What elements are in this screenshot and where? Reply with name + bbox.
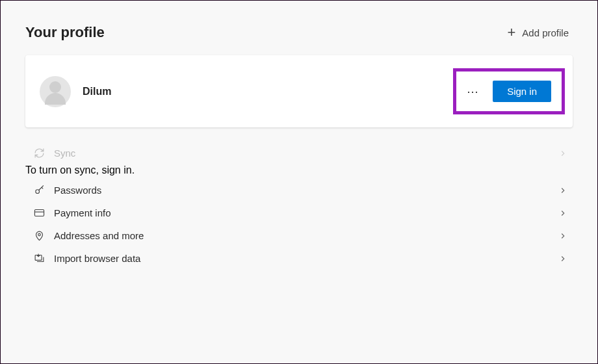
profile-card: Dilum ⋯ Sign in — [25, 55, 573, 127]
plus-icon: + — [507, 25, 515, 40]
chevron-right-icon — [558, 209, 567, 218]
settings-list: Sync To turn on sync, sign in. Passwords… — [25, 139, 573, 270]
more-options-button[interactable]: ⋯ — [463, 86, 484, 98]
header: Your profile + Add profile — [25, 1, 573, 55]
row-label: Sync — [54, 148, 75, 159]
add-profile-button[interactable]: + Add profile — [503, 23, 573, 42]
settings-row-addresses[interactable]: Addresses and more — [25, 224, 573, 247]
chevron-right-icon — [558, 186, 567, 195]
page-title: Your profile — [25, 24, 105, 41]
key-icon — [31, 185, 47, 196]
row-label: Import browser data — [54, 253, 140, 264]
chevron-right-icon — [558, 231, 567, 240]
add-profile-label: Add profile — [522, 27, 569, 38]
svg-point-3 — [38, 233, 40, 236]
sync-icon — [31, 148, 47, 159]
settings-row-payment[interactable]: Payment info — [25, 202, 573, 224]
svg-rect-1 — [34, 210, 44, 216]
chevron-right-icon — [558, 149, 567, 158]
avatar-icon — [40, 76, 71, 107]
row-label: Passwords — [54, 185, 101, 196]
sign-in-button[interactable]: Sign in — [493, 81, 551, 102]
profile-name: Dilum — [83, 86, 111, 98]
settings-row-sync: Sync — [25, 142, 573, 164]
settings-row-sync-wrap: Sync To turn on sync, sign in. — [25, 139, 573, 179]
settings-row-passwords[interactable]: Passwords — [25, 179, 573, 202]
chevron-right-icon — [558, 254, 567, 263]
card-icon — [31, 207, 47, 218]
import-icon — [31, 253, 47, 264]
svg-point-0 — [35, 190, 39, 194]
annotation-highlight: ⋯ Sign in — [453, 68, 565, 114]
row-subtext: To turn on sync, sign in. — [25, 164, 573, 176]
settings-profile-panel: Your profile + Add profile Dilum ⋯ Sign … — [0, 0, 598, 364]
settings-row-import[interactable]: Import browser data — [25, 247, 573, 270]
location-icon — [31, 230, 47, 241]
row-label: Addresses and more — [54, 230, 144, 241]
row-label: Payment info — [54, 207, 111, 218]
